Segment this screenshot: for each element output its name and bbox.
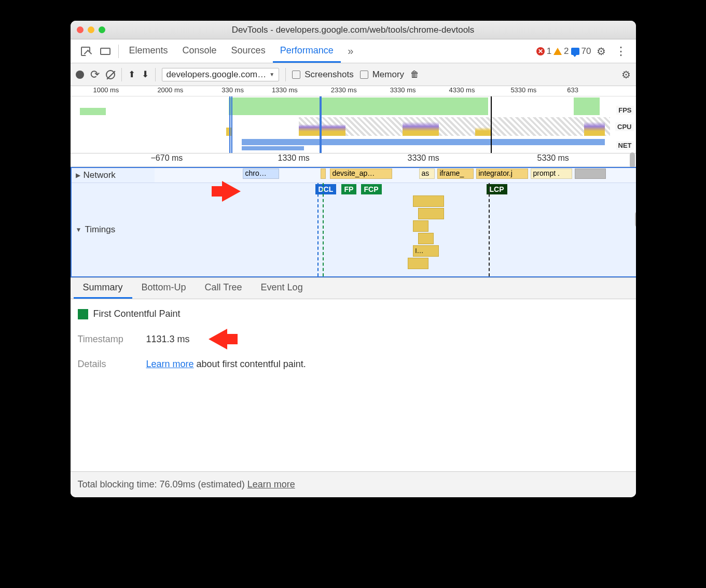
summary-pane: First Contentful Paint Timestamp 1131.3 … (71, 299, 636, 388)
fcp-marker[interactable]: FCP (361, 184, 382, 194)
details-tabs: Summary Bottom-Up Call Tree Event Log (71, 277, 636, 299)
tab-elements[interactable]: Elements (122, 39, 175, 63)
timestamp-value: 1131.3 ms (146, 334, 190, 345)
timing-bar[interactable] (413, 220, 428, 232)
flame-tracks: Network chro… devsite_ap… as iframe_ int… (71, 167, 636, 277)
capture-selector[interactable]: developers.google.com… (162, 68, 280, 81)
net-lane-label: NET (616, 141, 634, 150)
network-item[interactable] (575, 169, 606, 179)
lcp-marker[interactable]: LCP (487, 184, 507, 194)
footer-learn-more-link[interactable]: Learn more (247, 479, 295, 489)
timestamp-label: Timestamp (78, 334, 135, 345)
dcl-marker[interactable]: DCL (315, 184, 337, 194)
garbage-collect-icon[interactable] (410, 69, 419, 80)
annotation-arrow-icon (222, 181, 241, 202)
summary-tab[interactable]: Summary (74, 278, 132, 299)
network-item[interactable]: iframe_ (437, 169, 474, 179)
learn-more-link[interactable]: Learn more (146, 359, 194, 369)
network-item[interactable]: devsite_ap… (330, 169, 392, 179)
devtools-window: DevTools - developers.google.com/web/too… (71, 21, 636, 497)
blocking-time-text: Total blocking time: 76.09ms (estimated) (78, 479, 247, 489)
warning-count: 2 (564, 46, 569, 57)
network-item[interactable]: prompt . (531, 169, 572, 179)
timing-bar[interactable]: l… (413, 245, 439, 257)
scrollbar-thumb[interactable] (635, 212, 636, 227)
event-title: First Contentful Paint (93, 309, 181, 319)
clear-button[interactable] (106, 70, 115, 79)
devtools-panel-tabs: Elements Console Sources Performance ✕ 1… (71, 39, 636, 63)
fps-lane-label: FPS (616, 106, 633, 115)
message-icon (571, 48, 579, 55)
load-profile-icon[interactable] (128, 69, 135, 80)
overflow-tabs-icon[interactable] (341, 39, 361, 63)
tab-console[interactable]: Console (175, 39, 224, 63)
memory-checkbox[interactable] (360, 71, 368, 79)
overview-ruler: 1000 ms 2000 ms 330 ms 1330 ms 2330 ms 3… (71, 86, 636, 96)
overview-marker[interactable] (320, 96, 322, 153)
performance-toolbar: developers.google.com… Screenshots Memor… (71, 63, 636, 86)
flame-ruler[interactable]: −670 ms 1330 ms 3330 ms 5330 ms (71, 153, 636, 167)
window-title: DevTools - developers.google.com/web/too… (71, 25, 636, 35)
inspect-element-icon[interactable] (76, 39, 95, 63)
timing-bar[interactable] (408, 258, 428, 269)
tab-performance[interactable]: Performance (273, 39, 341, 63)
network-item[interactable] (321, 169, 326, 179)
capture-selector-label: developers.google.com… (167, 69, 267, 80)
screenshots-checkbox[interactable] (292, 71, 300, 79)
kebab-menu-icon[interactable]: ⋮ (611, 39, 631, 63)
overview-left-handle[interactable] (229, 96, 232, 153)
event-color-swatch (78, 309, 88, 319)
save-profile-icon[interactable] (142, 69, 149, 80)
error-icon: ✕ (536, 47, 545, 55)
console-counts[interactable]: ✕ 1 2 70 (536, 46, 591, 57)
call-tree-tab[interactable]: Call Tree (196, 278, 252, 299)
timings-track[interactable]: Timings DCL FP FCP LCP l… (72, 183, 636, 276)
capture-settings-gear-icon[interactable]: ⚙ (621, 68, 631, 81)
details-label: Details (78, 359, 135, 370)
screenshots-toggle[interactable]: Screenshots (292, 69, 354, 80)
network-track[interactable]: Network chro… devsite_ap… as iframe_ int… (72, 168, 636, 183)
network-item[interactable]: chro… (243, 169, 279, 179)
timings-track-label[interactable]: Timings (72, 183, 155, 276)
reload-record-button[interactable] (90, 68, 100, 81)
memory-toggle[interactable]: Memory (360, 69, 404, 80)
scrollbar-thumb[interactable] (630, 152, 635, 168)
network-item[interactable]: as (419, 169, 435, 179)
record-button[interactable] (76, 71, 84, 79)
settings-gear-icon[interactable]: ⚙ (591, 39, 611, 63)
timing-bar[interactable] (418, 208, 444, 219)
error-count: 1 (547, 46, 551, 57)
network-item[interactable]: integrator.j (476, 169, 528, 179)
timing-bar[interactable] (413, 195, 444, 207)
cpu-lane-label: CPU (615, 122, 633, 131)
network-track-label[interactable]: Network (72, 168, 155, 183)
timing-bar[interactable] (418, 233, 434, 244)
bottom-up-tab[interactable]: Bottom-Up (132, 278, 196, 299)
titlebar: DevTools - developers.google.com/web/too… (71, 21, 636, 39)
message-count: 70 (582, 46, 591, 57)
status-footer: Total blocking time: 76.09ms (estimated)… (71, 471, 636, 497)
fp-marker[interactable]: FP (341, 184, 357, 194)
tab-sources[interactable]: Sources (224, 39, 273, 63)
annotation-arrow-icon (209, 329, 227, 349)
event-log-tab[interactable]: Event Log (252, 278, 312, 299)
overview-pane[interactable]: 1000 ms 2000 ms 330 ms 1330 ms 2330 ms 3… (71, 86, 636, 153)
device-toolbar-icon[interactable] (95, 39, 115, 63)
warning-icon (553, 48, 562, 55)
